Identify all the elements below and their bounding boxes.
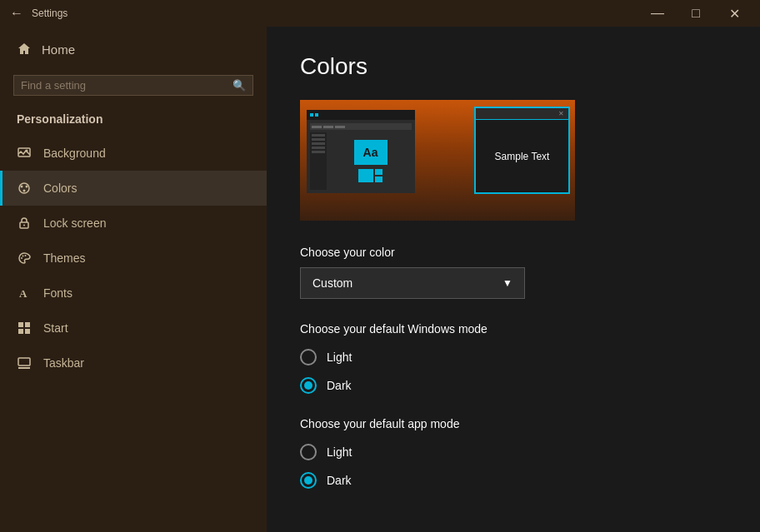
preview-tile-sm1 bbox=[375, 169, 382, 175]
background-label: Background bbox=[43, 147, 106, 160]
app-mode-light[interactable]: Light bbox=[300, 444, 727, 460]
preview-taskbar-dot2 bbox=[315, 113, 318, 117]
sidebar-item-start[interactable]: Start bbox=[0, 311, 267, 346]
sidebar-item-lock-screen[interactable]: Lock screen bbox=[0, 206, 267, 241]
choose-color-label: Choose your color bbox=[300, 246, 727, 259]
section-title: Personalization bbox=[0, 106, 267, 136]
start-label: Start bbox=[43, 321, 68, 335]
colors-label: Colors bbox=[43, 181, 77, 195]
search-bar[interactable]: 🔍 bbox=[13, 75, 253, 96]
search-icon: 🔍 bbox=[232, 79, 246, 92]
main-panel: Colors bbox=[267, 27, 760, 532]
start-icon bbox=[17, 321, 32, 336]
svg-point-1 bbox=[26, 150, 28, 152]
windows-mode-light[interactable]: Light bbox=[300, 349, 727, 365]
title-bar-title: Settings bbox=[32, 7, 68, 19]
preview-menu-bar bbox=[310, 123, 412, 130]
windows-mode-dark[interactable]: Dark bbox=[300, 377, 727, 394]
close-button[interactable]: ✕ bbox=[715, 0, 753, 27]
app-body: Home 🔍 Personalization Background bbox=[0, 27, 760, 532]
sidebar-line5 bbox=[312, 151, 325, 153]
background-icon bbox=[17, 146, 32, 161]
preview-tiles-row bbox=[358, 169, 382, 182]
svg-rect-12 bbox=[18, 322, 23, 327]
svg-rect-13 bbox=[25, 322, 30, 327]
preview-close-icon: ✕ bbox=[558, 111, 565, 117]
app-mode-dark[interactable]: Dark bbox=[300, 472, 727, 489]
preview-menu-item2 bbox=[323, 126, 333, 128]
preview-sample-text: Sample Text bbox=[495, 151, 550, 162]
colors-icon bbox=[17, 181, 32, 196]
svg-rect-14 bbox=[18, 329, 23, 334]
lock-icon bbox=[17, 216, 32, 231]
fonts-icon: A bbox=[17, 286, 32, 301]
sidebar-item-background[interactable]: Background bbox=[0, 136, 267, 171]
title-bar: ← Settings — □ ✕ bbox=[0, 0, 760, 27]
windows-mode-dark-radio-inner bbox=[304, 381, 312, 390]
sidebar-item-fonts[interactable]: A Fonts bbox=[0, 276, 267, 311]
preview-content: Aa bbox=[307, 120, 415, 193]
preview-tile-sm2 bbox=[375, 177, 382, 182]
app-mode-radio-group: Light Dark bbox=[300, 444, 727, 489]
fonts-label: Fonts bbox=[43, 286, 72, 300]
maximize-button[interactable]: □ bbox=[677, 0, 715, 27]
themes-label: Themes bbox=[43, 251, 86, 265]
preview-menu-item1 bbox=[312, 126, 322, 128]
svg-point-9 bbox=[22, 256, 24, 257]
page-title: Colors bbox=[300, 53, 727, 80]
home-icon bbox=[17, 42, 32, 57]
sidebar-line3 bbox=[312, 142, 325, 145]
svg-text:A: A bbox=[19, 287, 28, 300]
app-mode-light-label: Light bbox=[327, 445, 352, 459]
preview-desktop-window: Aa bbox=[307, 110, 415, 193]
preview-text-window: ✕ Sample Text bbox=[474, 107, 570, 194]
svg-point-10 bbox=[25, 255, 27, 256]
dropdown-arrow-icon: ▼ bbox=[502, 277, 512, 289]
preview-titlebar-right: ✕ bbox=[476, 108, 568, 120]
svg-rect-15 bbox=[25, 329, 30, 334]
preview-body: Aa bbox=[310, 132, 412, 190]
app-mode-light-radio[interactable] bbox=[300, 444, 317, 460]
svg-point-5 bbox=[23, 190, 26, 192]
back-button[interactable]: ← bbox=[10, 6, 23, 21]
svg-point-3 bbox=[21, 186, 23, 188]
preview-tile1 bbox=[358, 169, 373, 182]
color-preview: Aa ✕ bbox=[300, 100, 575, 221]
svg-point-7 bbox=[23, 225, 25, 226]
sidebar-item-themes[interactable]: Themes bbox=[0, 241, 267, 276]
sidebar-item-taskbar[interactable]: Taskbar bbox=[0, 346, 267, 380]
windows-mode-dark-radio[interactable] bbox=[300, 377, 317, 394]
app-mode-dark-radio-inner bbox=[304, 476, 312, 485]
svg-point-8 bbox=[21, 257, 22, 259]
search-input[interactable] bbox=[21, 79, 232, 92]
home-label: Home bbox=[42, 42, 75, 57]
preview-sidebar-mini bbox=[310, 132, 327, 190]
preview-menu-item3 bbox=[335, 126, 345, 128]
home-nav-item[interactable]: Home bbox=[0, 27, 267, 72]
sidebar-line2 bbox=[312, 138, 325, 141]
windows-mode-light-label: Light bbox=[327, 351, 352, 364]
svg-rect-16 bbox=[18, 358, 30, 365]
title-bar-controls: — □ ✕ bbox=[638, 0, 753, 27]
windows-mode-radio-group: Light Dark bbox=[300, 349, 727, 394]
app-mode-dark-label: Dark bbox=[327, 474, 352, 487]
preview-aa-tile: Aa bbox=[354, 140, 388, 165]
color-dropdown[interactable]: Custom ▼ bbox=[300, 267, 525, 299]
sidebar-line1 bbox=[312, 134, 325, 137]
title-bar-left: ← Settings bbox=[10, 6, 68, 21]
preview-taskbar-dot bbox=[310, 113, 313, 117]
preview-body-right: Sample Text bbox=[476, 120, 568, 192]
windows-mode-heading: Choose your default Windows mode bbox=[300, 322, 727, 336]
sidebar: Home 🔍 Personalization Background bbox=[0, 27, 267, 532]
themes-icon bbox=[17, 251, 32, 266]
svg-point-4 bbox=[26, 186, 28, 188]
svg-rect-17 bbox=[18, 367, 30, 369]
preview-main-area: Aa bbox=[329, 132, 412, 190]
taskbar-label: Taskbar bbox=[43, 356, 84, 370]
lock-screen-label: Lock screen bbox=[43, 216, 106, 230]
app-mode-dark-radio[interactable] bbox=[300, 472, 317, 489]
sidebar-item-colors[interactable]: Colors bbox=[0, 171, 267, 206]
windows-mode-light-radio[interactable] bbox=[300, 349, 317, 365]
minimize-button[interactable]: — bbox=[638, 0, 677, 27]
app-mode-heading: Choose your default app mode bbox=[300, 417, 727, 430]
